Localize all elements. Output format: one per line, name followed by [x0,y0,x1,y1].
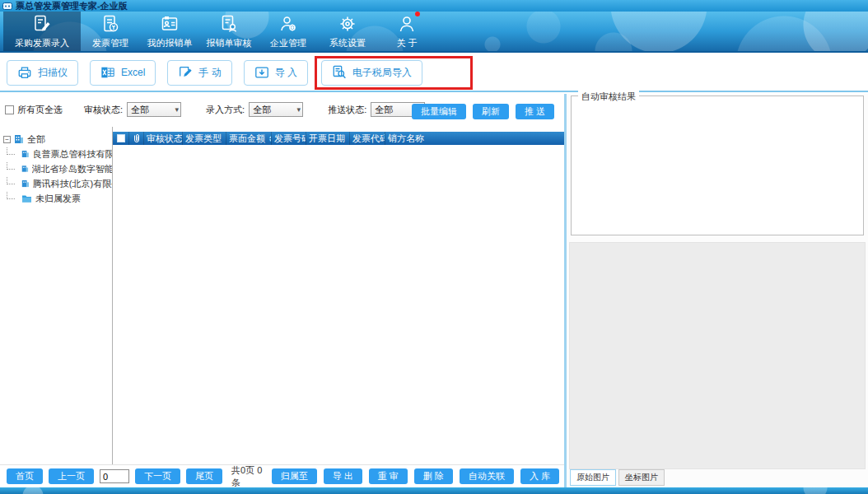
col-invoice-type[interactable]: 发票类型 ▲▼ [183,132,226,145]
entry-toolbar: 扫描仪 Excel 手 动 导 入 [0,54,868,92]
col-invoice-code[interactable]: 发票代码 [350,132,385,145]
tree-item-unassigned[interactable]: 未归属发票 [0,191,112,206]
tab-coordinate-image[interactable]: 坐标图片 [618,469,665,486]
table-header-row: 审核状态 发票类型 ▲▼ 票面金额 ▲▼ 发票号码 开票日期 ▲▼ [113,132,564,145]
export-button[interactable]: 导 出 [324,468,362,484]
delete-button[interactable]: 删 除 [414,468,453,484]
tree-item-label: 湖北省珍岛数字智能科技有 [32,163,112,175]
auto-audit-result-box: 自动审核结果 [571,96,864,235]
report-audit-icon [218,13,240,35]
main-content: 所有页全选 审核状态: 全部 ▾ 录入方式: 全部 ▾ 推送状态: 全部 ▾ 批… [0,94,868,487]
select-value: 全部 [375,104,393,116]
tab-original-image[interactable]: 原始图片 [570,469,616,486]
col-audit-status[interactable]: 审核状态 [144,132,183,145]
nav-tab-label: 采购发票录入 [15,37,69,49]
building-icon [21,164,29,174]
stock-in-button[interactable]: 入 库 [520,468,559,484]
scanner-button[interactable]: 扫描仪 [7,60,78,86]
bottom-bar: 首页 上一页 下一页 尾页 共0页 0条 归属至 导 出 重 审 删 除 自动关… [0,464,564,487]
prev-page-button[interactable]: 上一页 [49,468,94,484]
column-label: 开票日期 [309,133,345,145]
batch-edit-button[interactable]: 批量编辑 [412,104,466,119]
purchase-entry-icon [31,13,53,35]
button-label: Excel [121,67,145,78]
push-button[interactable]: 推 送 [516,104,554,119]
notification-dot [415,12,420,16]
app-title: 票总管发票管理专家-企业版 [16,1,128,12]
page-input[interactable] [100,469,129,483]
column-label: 发票类型 [185,133,222,145]
annotation-highlight-box: 电子税局导入 [315,56,473,90]
building-icon [21,179,30,189]
tree-item-company[interactable]: 湖北省珍岛数字智能科技有 [0,161,112,176]
tree-item-label: 未归属发票 [35,193,81,205]
last-page-button[interactable]: 尾页 [186,468,222,484]
col-invoice-number[interactable]: 发票号码 [272,132,306,145]
my-report-icon [159,13,180,35]
image-tabs: 原始图片 坐标图片 [570,469,665,486]
nav-tab-settings[interactable]: 系统设置 [318,12,377,51]
push-status-label: 推送状态: [328,104,366,116]
tree-item-company[interactable]: 良普票总管科技有限公司 [0,147,112,161]
tree-item-label: 良普票总管科技有限公司 [33,148,112,161]
nav-tab-purchase-entry[interactable]: 采购发票录入 [3,12,81,51]
col-amount[interactable]: 票面金额 ▲▼ [226,132,272,145]
nav-tab-my-reports[interactable]: 我的报销单 [140,12,199,51]
tree-item-all[interactable]: − 全部 [0,132,112,147]
title-bar: 票总管发票管理专家-企业版 [0,0,868,12]
paperclip-icon [133,133,141,143]
checkbox-box[interactable] [117,134,125,142]
column-label: 发票代码 [352,133,385,145]
chevron-down-icon: ▾ [175,105,180,114]
page-summary: 共0页 0条 [231,464,266,489]
nav-tab-label: 发票管理 [92,37,128,49]
collapse-icon[interactable]: − [3,136,11,143]
assign-to-button[interactable]: 归属至 [272,468,317,484]
first-page-button[interactable]: 首页 [7,468,43,484]
enterprise-management-icon [278,13,299,35]
company-tree: − 全部 良普票总管科技有限公司 [0,127,113,464]
header-select-all-checkbox[interactable] [113,132,129,145]
audit-status-select[interactable]: 全部 ▾ [127,102,181,117]
excel-import-button[interactable]: Excel [90,60,156,86]
tree-item-label: 全部 [27,133,45,146]
app-window: 票总管发票管理专家-企业版 采购发票录入 发票管理 [0,0,868,494]
entry-method-label: 录入方式: [206,104,245,116]
manual-entry-button[interactable]: 手 动 [167,60,231,86]
column-label: 发票号码 [274,133,306,145]
bottom-actions: 归属至 导 出 重 审 删 除 自动关联 入 库 [272,468,559,484]
app-logo-icon [2,2,12,11]
col-seller-name[interactable]: 销方名称 [385,132,564,145]
pen-icon [178,65,193,80]
reaudit-button[interactable]: 重 审 [369,468,408,484]
checkbox-box[interactable] [5,105,14,114]
main-nav: 采购发票录入 发票管理 我的报销单 [0,12,868,53]
status-strip [0,487,868,494]
about-person-icon [396,13,418,35]
nav-tab-label: 我的报销单 [147,37,193,49]
refresh-button[interactable]: 刷新 [473,104,509,119]
right-panel: 自动审核结果 原始图片 坐标图片 [564,94,868,487]
tax-bureau-import-button[interactable]: 电子税局导入 [321,60,422,86]
next-page-button[interactable]: 下一页 [135,468,180,484]
gear-icon [337,13,358,35]
nav-tab-report-audit[interactable]: 报销单审核 [199,12,259,51]
audit-status-label: 审核状态: [84,104,123,116]
select-value: 全部 [253,104,271,116]
import-button[interactable]: 导 入 [244,60,308,86]
building-icon [14,134,24,144]
excel-icon [100,65,115,80]
folder-icon [21,193,32,203]
nav-tab-about[interactable]: 关 于 [377,12,436,51]
column-label: 销方名称 [388,133,424,145]
image-preview-area [569,242,866,469]
col-invoice-date[interactable]: 开票日期 ▲▼ [306,132,350,145]
nav-tab-enterprise[interactable]: 企业管理 [259,12,318,51]
select-all-pages-checkbox[interactable]: 所有页全选 [5,104,63,116]
auto-link-button[interactable]: 自动关联 [460,468,514,484]
entry-method-select[interactable]: 全部 ▾ [249,102,303,117]
attachment-column-header[interactable] [129,132,144,145]
tree-item-company[interactable]: 腾讯科技(北京)有限公司 [0,176,112,191]
nav-tab-invoice-management[interactable]: 发票管理 [81,12,140,51]
tree-item-label: 腾讯科技(北京)有限公司 [33,178,112,190]
